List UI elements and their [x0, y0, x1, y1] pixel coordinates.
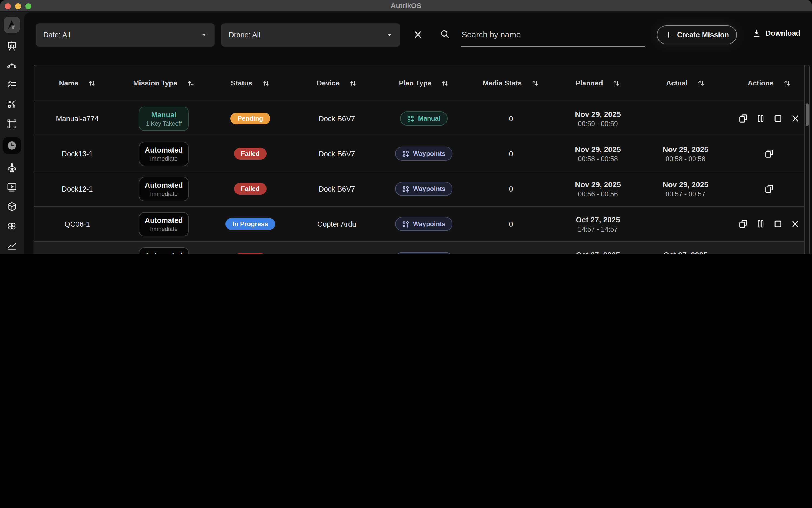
column-header-planned[interactable]: Planned: [554, 79, 642, 87]
zoom-button[interactable]: [26, 3, 31, 9]
mission-type-label: Automated: [145, 146, 183, 154]
sort-icon[interactable]: [698, 79, 705, 87]
sidebar-item-clock[interactable]: [3, 137, 21, 154]
date-filter-label: Date: All: [43, 31, 70, 39]
device-name: Dock B6V7: [294, 150, 380, 158]
planned-time: 00:56 - 00:56: [578, 190, 618, 198]
column-header-status[interactable]: Status: [207, 79, 294, 87]
column-header-actions[interactable]: Actions: [729, 79, 809, 87]
copy-action-icon[interactable]: [764, 183, 775, 194]
chevron-down-icon: [387, 32, 392, 38]
sidebar-item-task-checklist[interactable]: [3, 79, 21, 90]
copy-action-icon[interactable]: [738, 113, 749, 124]
planned-time: 00:59 - 00:59: [578, 120, 618, 127]
table-row[interactable]: QC06-1AutomatedImmediateIn ProgressCopte…: [34, 207, 809, 242]
sidebar-item-line-chart[interactable]: [3, 240, 21, 251]
planned-datetime: Nov 29, 202500:56 - 00:56: [554, 180, 642, 198]
mission-type-sublabel: 1 Key Takeoff: [145, 120, 183, 126]
search-field: [461, 26, 645, 46]
sidebar-item-cube-3d[interactable]: [3, 201, 21, 212]
pause-action-icon[interactable]: [755, 113, 766, 124]
mission-name: Manual-a774: [34, 115, 121, 123]
planned-datetime: Nov 29, 202500:58 - 00:58: [554, 145, 642, 163]
download-icon: [752, 29, 761, 38]
date-filter-dropdown[interactable]: Date: All: [36, 23, 214, 46]
table-row[interactable]: QP79-1AutomatedImmediateFailedQPlane2Way…: [34, 242, 809, 254]
column-header-actual[interactable]: Actual: [642, 79, 729, 87]
mission-name: Dock12-1: [34, 185, 121, 193]
copy-action-icon[interactable]: [738, 219, 749, 229]
sidebar-item-airplane[interactable]: [3, 162, 21, 173]
stop-action-icon[interactable]: [772, 113, 783, 124]
row-actions: [729, 148, 809, 159]
sort-icon[interactable]: [88, 79, 95, 87]
actual-datetime: Oct 27, 202514:57 - 15:02: [642, 250, 729, 254]
planned-time: 00:58 - 00:58: [578, 155, 618, 163]
drone-filter-dropdown[interactable]: Drone: All: [221, 23, 400, 46]
plan-type-label: Manual: [418, 115, 441, 122]
window-title: AutrikOS: [391, 2, 421, 10]
download-button[interactable]: Download: [752, 29, 800, 38]
sort-icon[interactable]: [187, 79, 194, 87]
stop-action-icon[interactable]: [772, 219, 783, 229]
minimize-button[interactable]: [15, 3, 21, 9]
column-header-name[interactable]: Name: [34, 79, 121, 87]
sidebar-item-bezier-route[interactable]: [3, 59, 21, 71]
missions-table: Name Mission Type Status Device Plan Typ…: [34, 65, 810, 254]
planned-datetime: Oct 27, 202514:57 - 14:57: [554, 215, 642, 233]
create-mission-button[interactable]: Create Mission: [657, 26, 737, 44]
search-input[interactable]: [461, 26, 645, 46]
device-name: Dock B6V7: [294, 115, 380, 123]
download-label: Download: [765, 29, 800, 37]
close-button[interactable]: [5, 3, 11, 9]
table-row[interactable]: Dock13-1AutomatedImmediateFailedDock B6V…: [34, 136, 809, 171]
sidebar-item-easel-chart[interactable]: [3, 40, 21, 51]
plan-type-badge: Waypoints: [395, 252, 452, 254]
create-mission-label: Create Mission: [677, 31, 729, 39]
scrollbar-track[interactable]: [804, 66, 809, 254]
sidebar-nav-top: [3, 40, 21, 251]
sidebar-item-video-player[interactable]: [3, 181, 21, 193]
planned-date: Nov 29, 2025: [575, 110, 621, 118]
easel-chart-icon: [6, 40, 17, 51]
column-header-mission-type[interactable]: Mission Type: [121, 79, 207, 87]
sort-icon[interactable]: [441, 79, 449, 87]
sort-icon[interactable]: [262, 79, 270, 87]
sidebar-item-tactics[interactable]: [3, 98, 21, 110]
actual-time: 00:58 - 00:58: [666, 155, 705, 163]
copy-action-icon[interactable]: [764, 254, 775, 254]
sidebar-item-drone[interactable]: [3, 220, 21, 231]
planned-date: Nov 29, 2025: [575, 180, 621, 188]
mission-name: QC06-1: [34, 220, 121, 228]
status-badge: Failed: [234, 183, 267, 195]
video-player-icon: [6, 181, 17, 192]
table-row[interactable]: Manual-a774Manual1 Key TakeoffPendingDoc…: [34, 101, 809, 136]
sort-icon[interactable]: [349, 79, 357, 87]
scrollbar-thumb[interactable]: [805, 103, 809, 126]
app-logo: [4, 17, 20, 33]
cancel-action-icon[interactable]: [790, 219, 801, 229]
clear-filters-icon[interactable]: [413, 29, 423, 40]
column-header-plan-type[interactable]: Plan Type: [380, 79, 468, 87]
status-badge: Pending: [231, 113, 270, 124]
pause-action-icon[interactable]: [755, 219, 766, 229]
waypoints-icon: [402, 220, 409, 227]
media-stats-value: 0: [468, 220, 554, 228]
actual-date: Oct 27, 2025: [663, 250, 707, 254]
copy-action-icon[interactable]: [764, 148, 775, 159]
row-actions: [729, 183, 809, 194]
cancel-action-icon[interactable]: [790, 113, 801, 124]
sort-icon[interactable]: [783, 79, 791, 87]
planned-time: 14:57 - 14:57: [578, 225, 618, 233]
table-row[interactable]: Dock12-1AutomatedImmediateFailedDock B6V…: [34, 171, 809, 207]
sort-icon[interactable]: [531, 79, 539, 87]
sort-icon[interactable]: [613, 79, 620, 87]
mission-type-sublabel: Immediate: [145, 190, 183, 197]
column-header-media-stats[interactable]: Media Stats: [468, 79, 554, 87]
actual-date: Nov 29, 2025: [663, 180, 709, 188]
planned-datetime: Nov 29, 202500:59 - 00:59: [554, 110, 642, 127]
sidebar-item-group-select[interactable]: [3, 118, 21, 129]
waypoints-icon: [402, 185, 409, 192]
column-header-device[interactable]: Device: [294, 79, 380, 87]
status-badge: Failed: [234, 148, 267, 160]
